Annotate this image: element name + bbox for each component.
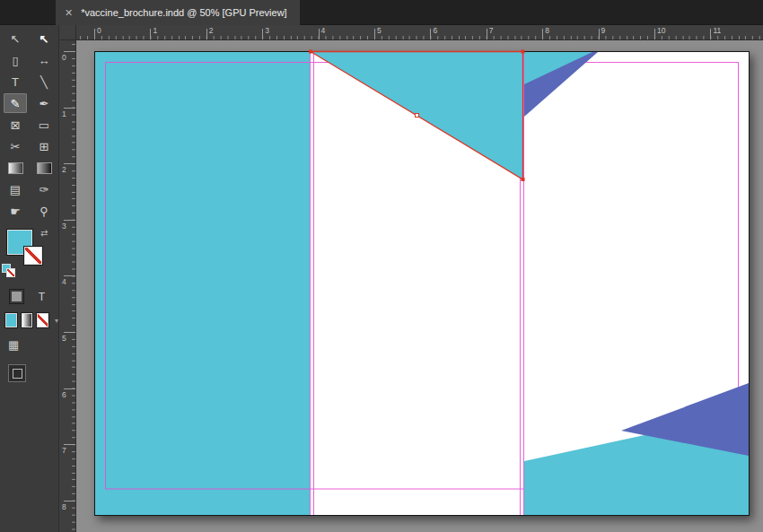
h-ruler-label: 9 xyxy=(601,26,606,35)
direct-selection-tool[interactable]: ↖ xyxy=(32,29,56,48)
formatting-affects-text-button[interactable]: T xyxy=(35,290,48,303)
formatting-affects-container-button[interactable] xyxy=(9,289,24,304)
swap-fill-stroke-icon[interactable]: ⇄ xyxy=(40,228,48,238)
eyedropper-tool[interactable]: ✑ xyxy=(32,179,56,199)
indesign-window: ✕ *vaccine_brochure.indd @ 50% [GPU Prev… xyxy=(0,0,763,532)
apply-none-button[interactable] xyxy=(37,313,48,327)
type-tool[interactable]: T xyxy=(4,72,27,92)
note-tool[interactable]: ▤ xyxy=(4,179,27,199)
v-ruler-label: 8 xyxy=(62,502,66,511)
v-ruler-label: 2 xyxy=(62,165,66,174)
screen-mode-button[interactable] xyxy=(8,364,26,382)
misc-row: ▦ xyxy=(0,327,58,352)
v-ruler-label: 4 xyxy=(62,277,66,286)
h-ruler-tick xyxy=(430,29,431,40)
zoom-tool[interactable]: ⚲ xyxy=(32,201,56,221)
artwork-layer xyxy=(76,40,763,532)
horizontal-ruler[interactable]: 01234567891011 xyxy=(76,25,763,40)
v-ruler-tick xyxy=(64,163,75,164)
gap-tool[interactable]: ↔ xyxy=(32,50,56,70)
h-ruler-tick xyxy=(599,29,600,40)
v-ruler-tick xyxy=(64,108,75,109)
default-fill-stroke-icon[interactable] xyxy=(2,264,14,276)
gradient-feather-tool-icon xyxy=(37,162,52,174)
document-tab-bar: ✕ *vaccine_brochure.indd @ 50% [GPU Prev… xyxy=(0,0,763,25)
v-ruler-label: 0 xyxy=(62,53,66,62)
gradient-swatch-tool-icon xyxy=(8,162,23,174)
h-ruler-label: 6 xyxy=(433,26,437,35)
v-ruler-label: 5 xyxy=(62,334,66,343)
v-ruler-tick xyxy=(64,388,75,389)
line-tool[interactable]: ╲ xyxy=(32,72,56,92)
tools-panel: ↖↖▯↔T╲✎✒⊠▭✂⊞▤✑☛⚲ ⇄ T ▾ ▦ xyxy=(0,25,59,532)
document-canvas[interactable] xyxy=(76,40,763,532)
screen-mode-inner-icon xyxy=(13,369,22,379)
left-panel-teal-rectangle[interactable] xyxy=(95,52,310,515)
h-ruler-label: 11 xyxy=(713,26,721,35)
v-ruler-tick xyxy=(64,220,75,221)
v-ruler-tick xyxy=(64,51,75,52)
h-ruler-tick xyxy=(374,29,375,40)
pencil-tool[interactable]: ✎ xyxy=(4,93,27,113)
pen-tool[interactable]: ✒ xyxy=(32,93,56,113)
document-tab-title: *vaccine_brochure.indd @ 50% [GPU Previe… xyxy=(81,7,286,18)
h-ruler-label: 3 xyxy=(265,26,269,35)
v-ruler-label: 7 xyxy=(62,446,66,455)
rectangle-frame-tool[interactable]: ⊠ xyxy=(4,115,27,135)
h-ruler-tick xyxy=(94,29,95,40)
v-ruler-label: 6 xyxy=(62,390,66,399)
free-transform-tool[interactable]: ⊞ xyxy=(32,136,56,156)
document-tab[interactable]: ✕ *vaccine_brochure.indd @ 50% [GPU Prev… xyxy=(56,0,300,25)
h-ruler-label: 2 xyxy=(209,26,214,35)
screen-mode-row xyxy=(0,352,58,382)
gradient-feather-tool[interactable] xyxy=(32,158,56,178)
anchor-hypotenuse-midpoint[interactable] xyxy=(416,114,419,118)
v-ruler-tick xyxy=(64,501,75,501)
v-ruler-label: 1 xyxy=(62,109,66,118)
h-ruler-label: 10 xyxy=(657,26,665,35)
scissors-tool[interactable]: ✂ xyxy=(4,136,27,156)
h-ruler-label: 4 xyxy=(321,26,326,35)
h-ruler-label: 8 xyxy=(545,26,549,35)
h-ruler-label: 5 xyxy=(377,26,382,35)
stroke-color-swatch[interactable] xyxy=(24,247,42,265)
h-ruler-tick xyxy=(654,29,655,40)
ruler-origin-corner[interactable] xyxy=(59,25,76,40)
apply-caret-icon[interactable]: ▾ xyxy=(55,317,58,325)
formatting-row: T xyxy=(0,283,58,304)
v-ruler-tick xyxy=(64,332,75,333)
gradient-swatch-tool[interactable] xyxy=(4,158,27,178)
h-ruler-tick xyxy=(262,29,263,40)
anchor-bottom-right[interactable] xyxy=(522,178,525,181)
h-ruler-tick xyxy=(487,29,487,40)
apply-gradient-button[interactable] xyxy=(22,313,33,327)
anchor-top-left[interactable] xyxy=(309,50,312,54)
anchor-top-right[interactable] xyxy=(522,50,525,54)
h-ruler-tick xyxy=(150,29,151,40)
tool-grid: ↖↖▯↔T╲✎✒⊠▭✂⊞▤✑☛⚲ xyxy=(0,25,58,221)
fill-stroke-area: ⇄ xyxy=(0,228,58,283)
close-tab-icon[interactable]: ✕ xyxy=(65,7,73,19)
page-tool[interactable]: ▯ xyxy=(4,50,27,70)
h-ruler-tick xyxy=(206,29,207,40)
apply-color-button[interactable] xyxy=(5,313,17,327)
h-ruler-label: 1 xyxy=(153,26,157,35)
v-ruler-tick xyxy=(64,444,75,445)
v-ruler-label: 3 xyxy=(62,222,66,231)
hand-tool[interactable]: ☛ xyxy=(4,201,27,221)
apply-row: ▾ xyxy=(0,304,58,327)
h-ruler-tick xyxy=(319,29,320,40)
selection-tool[interactable]: ↖ xyxy=(4,29,27,48)
vertical-ruler[interactable]: 012345678 xyxy=(59,40,76,532)
view-options-icon[interactable]: ▦ xyxy=(8,338,19,352)
h-ruler-tick xyxy=(542,29,543,40)
h-ruler-label: 0 xyxy=(97,26,101,35)
h-ruler-tick xyxy=(710,29,711,40)
default-stroke-icon xyxy=(6,268,15,277)
v-ruler-tick xyxy=(64,275,75,276)
rectangle-tool[interactable]: ▭ xyxy=(32,115,56,135)
h-ruler-label: 7 xyxy=(489,26,494,35)
